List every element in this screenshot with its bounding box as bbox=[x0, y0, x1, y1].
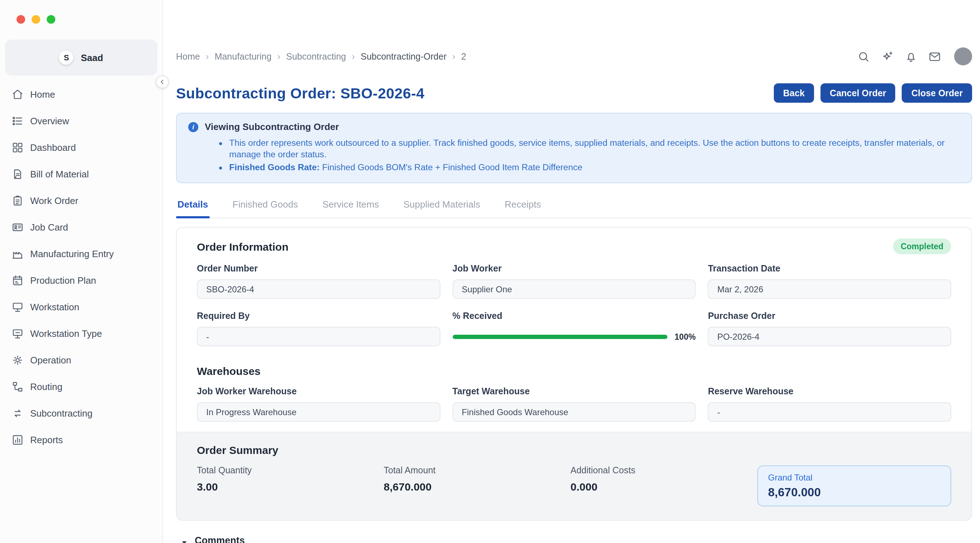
info-bullet: Finished Goods Rate: Finished Goods BOM'… bbox=[229, 162, 960, 173]
avatar[interactable] bbox=[954, 48, 972, 65]
ai-assistant-icon[interactable] bbox=[881, 50, 894, 63]
summary-label: Total Quantity bbox=[197, 466, 383, 476]
header-actions: Back Cancel Order Close Order bbox=[774, 83, 972, 103]
page-header: Subcontracting Order: SBO-2026-4 Back Ca… bbox=[176, 83, 972, 103]
routing-icon bbox=[11, 381, 24, 393]
grand-total-card: Grand Total 8,670.000 bbox=[757, 466, 951, 507]
dashboard-icon bbox=[11, 141, 24, 154]
sidebar-item-workstation-type[interactable]: Workstation Type bbox=[0, 320, 162, 347]
sidebar-item-label: Job Card bbox=[30, 222, 68, 233]
tab-receipts[interactable]: Receipts bbox=[503, 199, 542, 218]
sidebar-item-label: Routing bbox=[30, 381, 62, 392]
sidebar-item-production-plan[interactable]: Production Plan bbox=[0, 267, 162, 294]
field-label: Order Number bbox=[197, 264, 440, 274]
tab-details[interactable]: Details bbox=[176, 199, 210, 218]
field-purchase-order: Purchase Order PO-2026-4 bbox=[708, 311, 951, 346]
sidebar-item-operation[interactable]: Operation bbox=[0, 347, 162, 373]
notifications-icon[interactable] bbox=[905, 50, 918, 63]
chevron-right-icon bbox=[200, 51, 215, 62]
sidebar-item-work-order[interactable]: Work Order bbox=[0, 187, 162, 214]
sidebar-item-label: Manufacturing Entry bbox=[30, 249, 114, 259]
back-button[interactable]: Back bbox=[774, 83, 814, 103]
main-content: Home Manufacturing Subcontracting Subcon… bbox=[163, 0, 980, 543]
grand-total-label: Grand Total bbox=[768, 473, 940, 483]
sidebar-item-home[interactable]: Home bbox=[0, 81, 162, 108]
breadcrumb-manufacturing[interactable]: Manufacturing bbox=[215, 51, 271, 62]
sidebar: S Saad Home Overview Dashboard Bill of M… bbox=[0, 0, 163, 543]
workstation-type-icon bbox=[11, 327, 24, 340]
sidebar-item-label: Workstation bbox=[30, 302, 80, 313]
bill-of-material-icon bbox=[11, 168, 24, 180]
info-icon bbox=[188, 122, 198, 132]
sidebar-item-bill-of-material[interactable]: Bill of Material bbox=[0, 161, 162, 187]
summary-label: Total Amount bbox=[383, 466, 571, 476]
total-amount: Total Amount 8,670.000 bbox=[383, 466, 571, 493]
sidebar-item-overview[interactable]: Overview bbox=[0, 108, 162, 134]
sidebar-item-dashboard[interactable]: Dashboard bbox=[0, 134, 162, 161]
summary-label: Additional Costs bbox=[571, 466, 757, 476]
user-profile[interactable]: S Saad bbox=[5, 40, 158, 75]
maximize-window-button[interactable] bbox=[47, 15, 55, 24]
operation-icon bbox=[11, 354, 24, 366]
sidebar-item-job-card[interactable]: Job Card bbox=[0, 214, 162, 241]
mail-icon[interactable] bbox=[928, 50, 941, 63]
field-label: Purchase Order bbox=[708, 311, 951, 321]
received-progress-fill bbox=[452, 335, 667, 339]
close-order-button[interactable]: Close Order bbox=[902, 83, 972, 103]
minimize-window-button[interactable] bbox=[32, 15, 40, 24]
received-progress-bar bbox=[452, 335, 667, 339]
sidebar-item-subcontracting[interactable]: Subcontracting bbox=[0, 400, 162, 427]
breadcrumb: Home Manufacturing Subcontracting Subcon… bbox=[176, 51, 466, 62]
toolbar-icons bbox=[857, 48, 972, 65]
required-by-value: - bbox=[197, 327, 440, 346]
bullet-text: This order represents work outsourced to… bbox=[229, 138, 945, 159]
transaction-date-value: Mar 2, 2026 bbox=[708, 280, 951, 299]
chevron-left-icon bbox=[159, 78, 166, 86]
close-window-button[interactable] bbox=[16, 15, 25, 24]
sidebar-item-manufacturing-entry[interactable]: Manufacturing Entry bbox=[0, 241, 162, 267]
grand-total-value: 8,670.000 bbox=[768, 486, 940, 500]
field-label: Transaction Date bbox=[708, 264, 951, 274]
breadcrumb-home[interactable]: Home bbox=[176, 51, 200, 62]
field-job-worker: Job Worker Supplier One bbox=[452, 264, 695, 299]
app-window: S Saad Home Overview Dashboard Bill of M… bbox=[0, 0, 980, 543]
sidebar-item-label: Production Plan bbox=[30, 275, 96, 286]
sidebar-item-label: Overview bbox=[30, 116, 69, 126]
field-target-warehouse: Target Warehouse Finished Goods Warehous… bbox=[452, 387, 695, 422]
breadcrumb-current[interactable]: 2 bbox=[461, 51, 466, 62]
tab-service-items[interactable]: Service Items bbox=[321, 199, 380, 218]
job-worker-warehouse-value: In Progress Warehouse bbox=[197, 403, 440, 422]
chevron-right-icon bbox=[272, 51, 286, 62]
info-banner: Viewing Subcontracting Order This order … bbox=[176, 113, 972, 184]
info-bullet: This order represents work outsourced to… bbox=[229, 137, 960, 160]
field-label: Target Warehouse bbox=[452, 387, 695, 397]
subcontracting-icon bbox=[11, 407, 24, 419]
additional-costs: Additional Costs 0.000 bbox=[571, 466, 757, 493]
sidebar-item-label: Operation bbox=[30, 355, 71, 365]
page-title: Subcontracting Order: SBO-2026-4 bbox=[176, 84, 425, 102]
search-icon[interactable] bbox=[857, 50, 870, 63]
tab-supplied-materials[interactable]: Supplied Materials bbox=[402, 199, 482, 218]
info-banner-title: Viewing Subcontracting Order bbox=[205, 121, 339, 132]
breadcrumb-subcontracting-order[interactable]: Subcontracting-Order bbox=[361, 51, 447, 62]
sidebar-collapse-button[interactable] bbox=[156, 75, 169, 88]
field-label: % Received bbox=[452, 311, 695, 321]
reports-icon bbox=[11, 434, 24, 446]
breadcrumb-subcontracting[interactable]: Subcontracting bbox=[286, 51, 346, 62]
details-panel: Order Information Completed Order Number… bbox=[176, 227, 972, 521]
sidebar-item-reports[interactable]: Reports bbox=[0, 427, 162, 453]
bullet-text: Finished Goods BOM's Rate + Finished Goo… bbox=[320, 162, 582, 172]
sidebar-item-workstation[interactable]: Workstation bbox=[0, 294, 162, 320]
order-information-section: Order Information Completed Order Number… bbox=[177, 228, 971, 422]
info-banner-bullets: This order represents work outsourced to… bbox=[188, 137, 960, 173]
sidebar-item-routing[interactable]: Routing bbox=[0, 373, 162, 400]
comments-toggle[interactable]: Comments bbox=[176, 535, 972, 543]
warehouses-heading: Warehouses bbox=[197, 365, 951, 378]
job-card-icon bbox=[11, 221, 24, 233]
additional-costs-value: 0.000 bbox=[571, 481, 757, 493]
purchase-order-value: PO-2026-4 bbox=[708, 327, 951, 346]
reserve-warehouse-value: - bbox=[708, 403, 951, 422]
sidebar-item-label: Subcontracting bbox=[30, 408, 92, 419]
cancel-order-button[interactable]: Cancel Order bbox=[821, 83, 896, 103]
tab-finished-goods[interactable]: Finished Goods bbox=[231, 199, 299, 218]
